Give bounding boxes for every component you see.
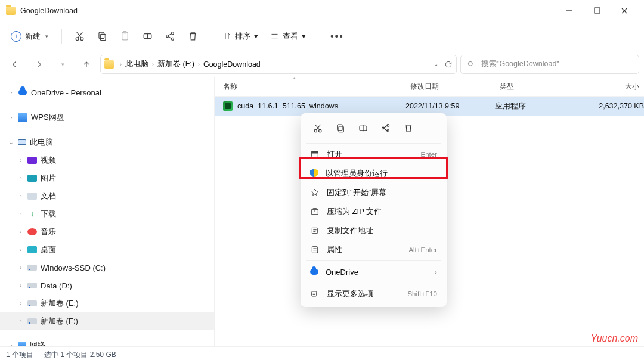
- picture-icon: [27, 175, 37, 182]
- ctx-share-button[interactable]: [376, 119, 396, 137]
- forward-button[interactable]: [29, 54, 49, 75]
- sidebar-drive-d[interactable]: › Data (D:): [0, 277, 214, 294]
- properties-icon: [310, 245, 320, 255]
- chevron-down-icon[interactable]: ⌄: [8, 139, 14, 145]
- ctx-label: 固定到"开始"屏幕: [327, 187, 386, 198]
- ctx-copy-button[interactable]: [330, 119, 351, 137]
- sidebar-network[interactable]: › 网络: [0, 336, 214, 346]
- svg-rect-1: [595, 8, 600, 13]
- up-button[interactable]: [76, 54, 97, 75]
- sort-button[interactable]: 排序 ▾: [218, 31, 263, 42]
- svg-rect-42: [312, 291, 317, 296]
- ctx-zip[interactable]: 压缩为 ZIP 文件: [304, 202, 443, 221]
- sidebar-music[interactable]: › 音乐: [0, 223, 214, 241]
- col-size[interactable]: 大小: [572, 82, 644, 92]
- col-date[interactable]: 修改日期: [405, 82, 495, 92]
- sidebar-drive-f[interactable]: › 新加卷 (F:): [0, 312, 214, 330]
- chevron-down-icon[interactable]: ⌄: [434, 61, 438, 67]
- crumb-thispc[interactable]: 此电脑: [125, 59, 148, 69]
- chevron-right-icon[interactable]: ›: [18, 211, 24, 217]
- col-name[interactable]: 名称: [215, 82, 405, 92]
- ctx-label: 压缩为 ZIP 文件: [327, 206, 382, 217]
- sidebar-downloads[interactable]: › ↓ 下载: [0, 205, 214, 223]
- svg-point-32: [387, 130, 389, 132]
- sidebar-onedrive[interactable]: › OneDrive - Personal: [0, 83, 214, 101]
- maximize-button[interactable]: [583, 2, 611, 20]
- chevron-right-icon[interactable]: ›: [18, 229, 24, 235]
- ctx-copy-path[interactable]: 复制文件地址: [304, 221, 443, 240]
- back-button[interactable]: [5, 54, 25, 75]
- ctx-hint: Alt+Enter: [408, 246, 437, 253]
- sidebar-wps[interactable]: › WPS网盘: [0, 108, 214, 126]
- ctx-more[interactable]: 显示更多选项 Shift+F10: [304, 284, 443, 303]
- sidebar-thispc[interactable]: ⌄ 此电脑: [0, 134, 214, 151]
- refresh-icon[interactable]: [444, 60, 453, 69]
- share-button[interactable]: [160, 26, 180, 47]
- titlebar: GoogleDownload: [0, 0, 644, 21]
- new-button[interactable]: + 新建 ▾: [5, 27, 54, 45]
- ctx-rename-button[interactable]: [353, 119, 373, 137]
- svg-point-16: [171, 38, 174, 40]
- chevron-right-icon[interactable]: ›: [18, 157, 24, 163]
- sidebar-video[interactable]: › 视频: [0, 151, 214, 169]
- svg-point-5: [80, 38, 83, 41]
- recent-button[interactable]: ▾: [52, 54, 73, 75]
- more-button[interactable]: •••: [326, 31, 349, 42]
- chevron-right-icon[interactable]: ›: [18, 318, 24, 324]
- status-selection: 选中 1 个项目 2.50 GB: [44, 350, 116, 360]
- folder-icon: [6, 7, 16, 15]
- chevron-right-icon[interactable]: ›: [8, 342, 14, 346]
- ctx-onedrive[interactable]: OneDrive ›: [304, 262, 443, 281]
- sort-label: 排序: [235, 31, 250, 42]
- column-header[interactable]: ⌃ 名称 修改日期 类型 大小: [215, 77, 644, 97]
- chevron-right-icon[interactable]: ›: [18, 193, 24, 199]
- sidebar-drive-c[interactable]: › Windows-SSD (C:): [0, 259, 214, 277]
- cut-button[interactable]: [69, 26, 89, 47]
- close-button[interactable]: [611, 2, 638, 20]
- delete-button[interactable]: [182, 26, 203, 47]
- sidebar-drive-e[interactable]: › 新加卷 (E:): [0, 294, 214, 312]
- file-date: 2022/11/13 9:59: [405, 102, 495, 110]
- sidebar-label: Data (D:): [41, 281, 72, 290]
- folder-icon: [104, 60, 114, 69]
- chevron-right-icon[interactable]: ›: [18, 265, 24, 271]
- ctx-cut-button[interactable]: [308, 119, 328, 137]
- ctx-delete-button[interactable]: [398, 119, 419, 137]
- sidebar-pictures[interactable]: › 图片: [0, 169, 214, 187]
- search-box[interactable]: 搜索"GoogleDownload": [460, 55, 639, 74]
- chevron-right-icon[interactable]: ›: [8, 89, 14, 95]
- copy-button[interactable]: [92, 26, 112, 47]
- chevron-right-icon[interactable]: ›: [18, 283, 24, 288]
- ctx-label: 显示更多选项: [327, 288, 373, 299]
- minimize-button[interactable]: [556, 2, 583, 20]
- chevron-down-icon: ▾: [45, 33, 48, 39]
- sidebar-label: OneDrive - Personal: [31, 88, 101, 97]
- address-bar[interactable]: › 此电脑 › 新加卷 (F:) › GoogleDownload ⌄: [100, 55, 457, 74]
- sidebar-desktop[interactable]: › 桌面: [0, 241, 214, 259]
- chevron-right-icon[interactable]: ›: [18, 175, 24, 181]
- crumb-drive[interactable]: 新加卷 (F:): [157, 59, 194, 69]
- crumb-folder[interactable]: GoogleDownload: [203, 60, 261, 69]
- chevron-right-icon[interactable]: ›: [8, 114, 14, 120]
- svg-point-22: [314, 129, 317, 132]
- svg-rect-26: [339, 126, 343, 132]
- svg-rect-36: [312, 228, 317, 233]
- rename-button[interactable]: [137, 26, 157, 47]
- ctx-properties[interactable]: 属性 Alt+Enter: [304, 240, 443, 259]
- view-label: 查看: [283, 31, 298, 42]
- sidebar-documents[interactable]: › 文档: [0, 187, 214, 205]
- col-type[interactable]: 类型: [495, 82, 572, 92]
- sidebar: › OneDrive - Personal › WPS网盘 ⌄ 此电脑 › 视频…: [0, 77, 215, 346]
- sidebar-label: 文档: [41, 191, 56, 201]
- drive-icon: [27, 318, 37, 324]
- ctx-pin-start[interactable]: 固定到"开始"屏幕: [304, 183, 443, 202]
- chevron-right-icon[interactable]: ›: [18, 300, 24, 306]
- video-icon: [27, 157, 37, 164]
- zip-icon: [310, 207, 320, 216]
- exe-icon: [223, 101, 233, 111]
- sidebar-label: 视频: [41, 155, 56, 166]
- paste-button[interactable]: [114, 26, 135, 47]
- chevron-right-icon[interactable]: ›: [18, 247, 24, 253]
- view-button[interactable]: 查看 ▾: [265, 31, 311, 42]
- watermark: Yuucn.com: [591, 333, 638, 344]
